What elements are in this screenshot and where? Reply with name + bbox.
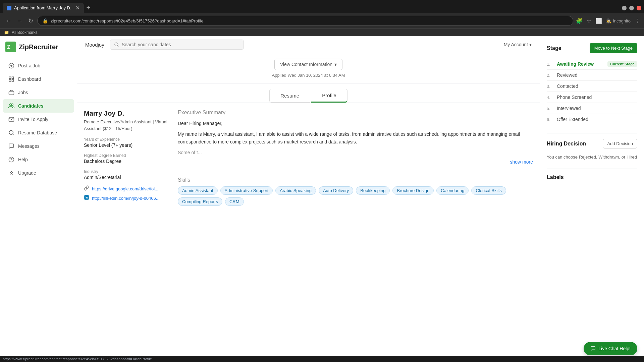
stage-label-4: Interviewed	[557, 106, 581, 111]
active-tab[interactable]: Application from Marry Joy D. ✕	[3, 3, 84, 13]
svg-rect-8	[12, 80, 14, 81]
main-content: Moodjoy My Account ▾ View Contact Inform…	[77, 36, 644, 356]
stage-item-3: 4. Phone Screened	[547, 92, 637, 103]
stage-section: Stage Move to Next Stage 1. Awaiting Rev…	[547, 43, 637, 125]
sidebar-label-upgrade: Upgrade	[18, 170, 36, 176]
tab-close-icon[interactable]: ✕	[75, 5, 80, 11]
new-tab-button[interactable]: +	[84, 3, 93, 13]
exec-summary-truncated: Some of t...	[178, 149, 533, 156]
tab-resume[interactable]: Resume	[269, 89, 310, 103]
add-decision-button[interactable]: Add Decision	[603, 139, 637, 148]
linkedin-link-text[interactable]: http://linkedin.com/in/joy-d-b0466...	[92, 196, 160, 201]
sidebar-item-resume-database[interactable]: Resume Database	[3, 126, 74, 139]
address-bar[interactable]: 🔒 ziprecruiter.com/contact/response/f02e…	[37, 16, 573, 26]
search-bar[interactable]	[110, 40, 244, 50]
sidebar-item-post-a-job[interactable]: Post a Job	[3, 59, 74, 72]
drive-link-text[interactable]: https://drive.google.com/drive/fol...	[92, 186, 158, 191]
upgrade-icon	[8, 170, 15, 176]
bookmark-icon[interactable]: ☆	[587, 18, 591, 24]
sidebar-item-dashboard[interactable]: Dashboard	[3, 72, 74, 86]
industry-label: Industry	[84, 169, 171, 174]
svg-line-16	[117, 46, 118, 47]
search-input[interactable]	[122, 42, 239, 47]
stage-num-0: 1.	[547, 62, 553, 67]
sidebar-item-upgrade[interactable]: Upgrade	[3, 166, 74, 180]
center-panel: Moodjoy My Account ▾ View Contact Inform…	[77, 36, 540, 356]
stage-item-5: 6. Offer Extended	[547, 114, 637, 125]
svg-rect-9	[9, 91, 14, 95]
svg-point-10	[10, 104, 12, 106]
stage-num-4: 5.	[547, 106, 553, 111]
stage-item-4: 5. Interviewed	[547, 103, 637, 114]
linkedin-icon	[84, 195, 89, 201]
sidebar-item-jobs[interactable]: Jobs	[3, 86, 74, 99]
stage-label-5: Offer Extended	[557, 117, 588, 122]
tab-favicon	[7, 6, 11, 10]
profile-icon[interactable]: ⬜	[595, 18, 602, 24]
profile-right: Executive Summary Dear Hiring Manager, M…	[178, 110, 533, 206]
industry-value: Admin/Secretarial	[84, 175, 171, 180]
minimize-button[interactable]	[622, 6, 627, 10]
svg-rect-6	[12, 77, 14, 78]
close-button[interactable]	[637, 6, 641, 10]
refresh-button[interactable]: ↻	[27, 16, 35, 26]
svg-rect-7	[9, 80, 11, 81]
sidebar-label-help: Help	[18, 157, 28, 162]
svg-point-15	[115, 43, 118, 46]
move-next-stage-button[interactable]: Move to Next Stage	[590, 43, 637, 53]
svg-rect-5	[9, 77, 11, 78]
experience-label: Years of Experience	[84, 137, 171, 142]
degree-section: Highest Degree Earned Bachelors Degree	[84, 153, 171, 164]
status-url: https://www.ziprecruiter.com/contact/res…	[3, 357, 152, 361]
stage-title: Stage	[547, 45, 561, 51]
stage-item-2: 3. Contacted	[547, 81, 637, 92]
stage-label-1: Reviewed	[557, 72, 577, 78]
sidebar-label-candidates: Candidates	[18, 103, 43, 109]
dashboard-icon	[8, 76, 15, 82]
candidate-name: Marry Joy D.	[84, 110, 171, 117]
maximize-button[interactable]	[629, 6, 634, 10]
forward-button[interactable]: →	[15, 16, 24, 26]
logo-text: ZipRecruiter	[19, 43, 58, 51]
help-icon	[8, 156, 15, 163]
tab-profile[interactable]: Profile	[311, 89, 347, 103]
tab-title: Application from Marry Joy D.	[14, 5, 71, 10]
sidebar-item-candidates[interactable]: Candidates	[3, 99, 74, 113]
view-contact-label: View Contact Information	[280, 62, 332, 67]
show-more-link[interactable]: show more	[178, 159, 533, 165]
sidebar-label-jobs: Jobs	[18, 90, 28, 95]
linkedin-link[interactable]: http://linkedin.com/in/joy-d-b0466...	[84, 195, 171, 201]
sidebar-item-help[interactable]: Help	[3, 153, 74, 166]
my-account-menu[interactable]: My Account ▾	[504, 42, 532, 47]
url-text: ziprecruiter.com/contact/response/f02e45…	[51, 18, 204, 23]
account-chevron-icon: ▾	[529, 42, 532, 47]
skill-tag-7: Clerical Skills	[471, 186, 506, 195]
sidebar-item-invite-to-apply[interactable]: Invite To Apply	[3, 113, 74, 126]
skill-tag-3: Auto Delivery	[319, 186, 353, 195]
live-chat-button[interactable]: Live Chat Help!	[584, 342, 637, 355]
skills-container: Admin Assistant Administrative Support A…	[178, 186, 533, 206]
hiring-decision-header: Hiring Decision Add Decision	[547, 139, 637, 148]
drive-link[interactable]: https://drive.google.com/drive/fol...	[84, 185, 171, 192]
sidebar-label-post-a-job: Post a Job	[18, 63, 40, 68]
stage-num-2: 3.	[547, 84, 553, 89]
stage-header: Stage Move to Next Stage	[547, 43, 637, 53]
candidate-header: View Contact Information ▾ Applied Wed J…	[77, 53, 540, 83]
live-chat-label: Live Chat Help!	[598, 346, 631, 351]
resume-db-icon	[8, 129, 15, 136]
extensions-icon: 🧩	[576, 18, 583, 24]
messages-icon	[8, 143, 15, 149]
skill-tag-1: Administrative Support	[220, 186, 273, 195]
svg-line-12	[12, 134, 13, 135]
chat-icon	[590, 346, 596, 351]
stage-label-3: Phone Screened	[557, 95, 592, 100]
menu-icon[interactable]: ⋮	[635, 18, 640, 24]
back-button[interactable]: ←	[4, 16, 13, 26]
labels-title: Labels	[547, 174, 564, 180]
sidebar: Z ZipRecruiter Post a Job Dashboard Jobs	[0, 36, 77, 356]
svg-text:Z: Z	[7, 44, 10, 50]
sidebar-item-messages[interactable]: Messages	[3, 139, 74, 153]
tabs-row: Resume Profile	[77, 83, 540, 103]
current-stage-badge: Current Stage	[607, 61, 637, 67]
view-contact-button[interactable]: View Contact Information ▾	[274, 59, 342, 70]
